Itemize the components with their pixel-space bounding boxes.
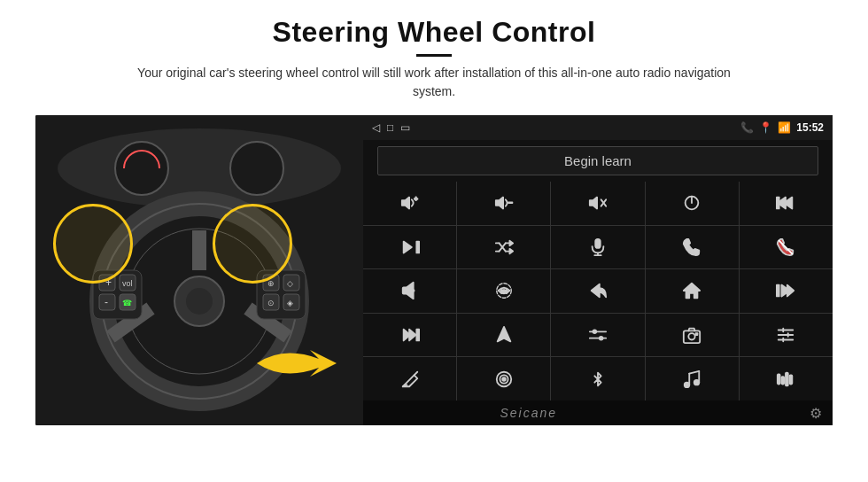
page-container: Steering Wheel Control Your original car… (0, 0, 868, 482)
icon-speaker[interactable] (363, 269, 456, 313)
highlight-circle-right (213, 204, 292, 284)
icon-360[interactable]: 360 (457, 269, 550, 313)
svg-point-11 (186, 288, 213, 315)
svg-text:360: 360 (500, 290, 508, 294)
page-title: Steering Wheel Control (124, 16, 744, 49)
svg-marker-68 (497, 327, 510, 342)
svg-rect-62 (777, 285, 779, 297)
icon-grid: + − (363, 182, 833, 400)
icon-phone[interactable] (646, 226, 739, 269)
icon-home[interactable] (646, 269, 739, 313)
svg-text:−: − (508, 198, 512, 207)
title-section: Steering Wheel Control Your original car… (124, 16, 744, 101)
status-nav-icons: ◁ □ ▭ (372, 121, 410, 134)
svg-rect-75 (696, 333, 698, 335)
status-time: 15:52 (796, 121, 824, 134)
svg-marker-66 (409, 330, 415, 341)
steering-wheel-bg: + vol - ☎ ⊕ ◇ ⊙ (35, 115, 363, 425)
svg-text:◈: ◈ (287, 299, 293, 307)
svg-text:◇: ◇ (287, 279, 293, 288)
wifi-icon: 📶 (778, 121, 791, 134)
svg-line-82 (414, 371, 417, 375)
icon-back[interactable] (551, 269, 644, 313)
icon-prev-track[interactable] (740, 182, 833, 225)
nav-home-icon[interactable]: □ (387, 121, 393, 134)
nav-recent-icon[interactable]: ▭ (400, 121, 410, 134)
svg-marker-61 (684, 284, 700, 299)
status-right-icons: 📞 📍 📶 15:52 (740, 121, 824, 134)
icon-target[interactable] (457, 357, 550, 400)
svg-text:+: + (414, 195, 417, 203)
icon-skip-back2[interactable] (740, 269, 833, 313)
title-divider (416, 54, 452, 57)
icon-next-track[interactable] (363, 226, 456, 269)
svg-text:⊙: ⊙ (267, 299, 275, 307)
icon-settings2[interactable] (740, 314, 833, 357)
android-panel: ◁ □ ▭ 📞 📍 📶 15:52 Begin learn (363, 115, 833, 425)
svg-point-70 (593, 330, 596, 334)
brand-name: Seicane (500, 406, 557, 420)
svg-marker-30 (401, 198, 408, 209)
steering-wheel-image: + vol - ☎ ⊕ ◇ ⊙ (35, 115, 363, 425)
svg-rect-95 (790, 375, 793, 384)
nav-back-icon[interactable]: ◁ (372, 121, 380, 134)
location-icon: 📍 (759, 121, 772, 134)
phone-status-icon: 📞 (740, 121, 754, 134)
svg-marker-42 (403, 241, 411, 253)
svg-rect-94 (786, 372, 788, 385)
svg-rect-52 (595, 239, 601, 248)
icon-mic[interactable] (551, 226, 644, 269)
svg-point-86 (502, 377, 506, 381)
svg-rect-93 (782, 377, 785, 384)
icon-fast-fwd[interactable] (363, 314, 456, 357)
begin-learn-bar: Begin learn (363, 140, 833, 182)
begin-learn-button[interactable]: Begin learn (377, 146, 818, 175)
svg-marker-32 (496, 198, 503, 209)
svg-point-72 (600, 337, 603, 340)
icon-pen[interactable] (363, 357, 456, 400)
icon-power[interactable] (646, 182, 739, 225)
gear-settings-icon[interactable]: ⚙ (810, 405, 822, 422)
icon-music[interactable] (646, 357, 739, 400)
icon-hang-up[interactable] (740, 226, 833, 269)
highlight-circle-left (53, 204, 133, 284)
content-row: + vol - ☎ ⊕ ◇ ⊙ (35, 115, 833, 425)
icon-eq[interactable] (551, 314, 644, 357)
svg-text:⊕: ⊕ (267, 279, 275, 288)
yellow-arrow (248, 337, 354, 390)
svg-line-91 (689, 371, 699, 374)
icon-vol-up[interactable]: + (363, 182, 456, 225)
icon-camera[interactable] (646, 314, 739, 357)
page-subtitle: Your original car's steering wheel contr… (124, 64, 744, 101)
bottom-bar: Seicane ⚙ (363, 400, 833, 425)
icon-nav[interactable] (457, 314, 550, 357)
svg-marker-64 (787, 285, 794, 297)
svg-marker-34 (590, 198, 597, 209)
svg-rect-43 (416, 241, 419, 253)
svg-marker-51 (509, 249, 513, 254)
icon-shuffle[interactable] (457, 226, 550, 269)
svg-marker-50 (509, 241, 513, 246)
svg-text:☎: ☎ (122, 299, 132, 307)
icon-mute[interactable] (551, 182, 644, 225)
icon-vol-down[interactable]: − (457, 182, 550, 225)
icon-bluetooth[interactable] (551, 357, 644, 400)
icon-waves[interactable] (740, 357, 833, 400)
svg-rect-41 (777, 198, 779, 209)
svg-point-58 (412, 291, 414, 292)
svg-rect-67 (416, 330, 419, 341)
svg-rect-92 (778, 374, 780, 384)
svg-text:-: - (105, 296, 108, 308)
svg-text:vol: vol (122, 279, 133, 288)
svg-point-3 (230, 142, 283, 195)
status-bar: ◁ □ ▭ 📞 📍 📶 15:52 (363, 115, 833, 140)
svg-point-74 (689, 333, 695, 339)
